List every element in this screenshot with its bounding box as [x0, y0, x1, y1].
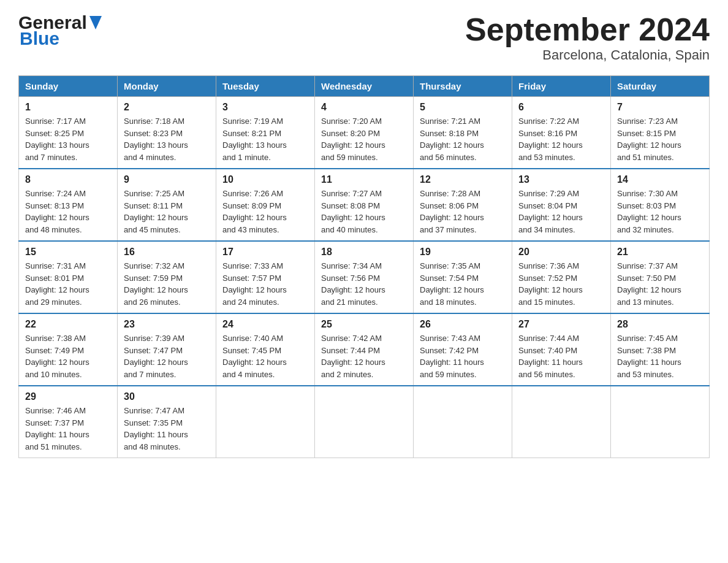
svg-marker-0: [89, 16, 102, 29]
calendar-day-cell: 1Sunrise: 7:17 AM Sunset: 8:25 PM Daylig…: [19, 97, 118, 169]
calendar-day-cell: 4Sunrise: 7:20 AM Sunset: 8:20 PM Daylig…: [315, 97, 414, 169]
day-info: Sunrise: 7:23 AM Sunset: 8:15 PM Dayligh…: [617, 115, 703, 163]
day-info: Sunrise: 7:43 AM Sunset: 7:42 PM Dayligh…: [420, 332, 506, 380]
calendar-day-cell: 2Sunrise: 7:18 AM Sunset: 8:23 PM Daylig…: [118, 97, 216, 169]
calendar-day-cell: 18Sunrise: 7:34 AM Sunset: 7:56 PM Dayli…: [315, 241, 414, 313]
day-number: 20: [518, 247, 604, 258]
day-number: 26: [420, 319, 506, 330]
calendar-day-cell: 12Sunrise: 7:28 AM Sunset: 8:06 PM Dayli…: [414, 169, 512, 241]
day-info: Sunrise: 7:24 AM Sunset: 8:13 PM Dayligh…: [25, 188, 111, 236]
day-info: Sunrise: 7:39 AM Sunset: 7:47 PM Dayligh…: [124, 332, 210, 380]
day-info: Sunrise: 7:37 AM Sunset: 7:50 PM Dayligh…: [617, 260, 703, 308]
day-number: 8: [25, 174, 111, 185]
calendar-day-cell: 20Sunrise: 7:36 AM Sunset: 7:52 PM Dayli…: [512, 241, 611, 313]
day-number: 24: [222, 319, 308, 330]
calendar-day-cell: 13Sunrise: 7:29 AM Sunset: 8:04 PM Dayli…: [512, 169, 611, 241]
day-number: 10: [222, 174, 308, 185]
day-info: Sunrise: 7:30 AM Sunset: 8:03 PM Dayligh…: [617, 188, 703, 236]
calendar-day-cell: 16Sunrise: 7:32 AM Sunset: 7:59 PM Dayli…: [118, 241, 216, 313]
page-subtitle: Barcelona, Catalonia, Spain: [465, 47, 710, 63]
day-number: 4: [321, 102, 407, 113]
column-header-saturday: Saturday: [611, 76, 710, 97]
day-number: 22: [25, 319, 111, 330]
logo-blue-text: Blue: [20, 28, 102, 49]
day-number: 18: [321, 247, 407, 258]
day-info: Sunrise: 7:19 AM Sunset: 8:21 PM Dayligh…: [222, 115, 308, 163]
calendar-table: SundayMondayTuesdayWednesdayThursdayFrid…: [18, 75, 710, 458]
day-info: Sunrise: 7:42 AM Sunset: 7:44 PM Dayligh…: [321, 332, 407, 380]
calendar-day-cell: 27Sunrise: 7:44 AM Sunset: 7:40 PM Dayli…: [512, 313, 611, 386]
day-number: 28: [617, 319, 703, 330]
day-number: 5: [420, 102, 506, 113]
calendar-day-cell: 29Sunrise: 7:46 AM Sunset: 7:37 PM Dayli…: [19, 386, 118, 458]
column-header-thursday: Thursday: [414, 76, 512, 97]
calendar-day-cell: 30Sunrise: 7:47 AM Sunset: 7:35 PM Dayli…: [118, 386, 216, 458]
calendar-week-row: 22Sunrise: 7:38 AM Sunset: 7:49 PM Dayli…: [19, 313, 710, 386]
day-info: Sunrise: 7:38 AM Sunset: 7:49 PM Dayligh…: [25, 332, 111, 380]
day-number: 30: [124, 391, 210, 402]
day-number: 6: [518, 102, 604, 113]
calendar-day-cell: [414, 386, 512, 458]
day-number: 13: [518, 174, 604, 185]
day-info: Sunrise: 7:32 AM Sunset: 7:59 PM Dayligh…: [124, 260, 210, 308]
day-info: Sunrise: 7:29 AM Sunset: 8:04 PM Dayligh…: [518, 188, 604, 236]
calendar-day-cell: 3Sunrise: 7:19 AM Sunset: 8:21 PM Daylig…: [216, 97, 315, 169]
day-number: 21: [617, 247, 703, 258]
calendar-week-row: 29Sunrise: 7:46 AM Sunset: 7:37 PM Dayli…: [19, 386, 710, 458]
day-info: Sunrise: 7:34 AM Sunset: 7:56 PM Dayligh…: [321, 260, 407, 308]
calendar-day-cell: 8Sunrise: 7:24 AM Sunset: 8:13 PM Daylig…: [19, 169, 118, 241]
page-header: General Blue September 2024 Barcelona, C…: [18, 12, 710, 63]
day-info: Sunrise: 7:17 AM Sunset: 8:25 PM Dayligh…: [25, 115, 111, 163]
logo: General Blue: [18, 12, 102, 49]
calendar-day-cell: [611, 386, 710, 458]
calendar-day-cell: 28Sunrise: 7:45 AM Sunset: 7:38 PM Dayli…: [611, 313, 710, 386]
day-number: 14: [617, 174, 703, 185]
calendar-day-cell: 10Sunrise: 7:26 AM Sunset: 8:09 PM Dayli…: [216, 169, 315, 241]
calendar-week-row: 1Sunrise: 7:17 AM Sunset: 8:25 PM Daylig…: [19, 97, 710, 169]
column-header-sunday: Sunday: [19, 76, 118, 97]
calendar-day-cell: 7Sunrise: 7:23 AM Sunset: 8:15 PM Daylig…: [611, 97, 710, 169]
day-number: 9: [124, 174, 210, 185]
calendar-header-row: SundayMondayTuesdayWednesdayThursdayFrid…: [19, 76, 710, 97]
day-info: Sunrise: 7:46 AM Sunset: 7:37 PM Dayligh…: [25, 405, 111, 453]
column-header-monday: Monday: [118, 76, 216, 97]
calendar-day-cell: 5Sunrise: 7:21 AM Sunset: 8:18 PM Daylig…: [414, 97, 512, 169]
day-info: Sunrise: 7:35 AM Sunset: 7:54 PM Dayligh…: [420, 260, 506, 308]
day-number: 29: [25, 391, 111, 402]
calendar-week-row: 15Sunrise: 7:31 AM Sunset: 8:01 PM Dayli…: [19, 241, 710, 313]
day-info: Sunrise: 7:21 AM Sunset: 8:18 PM Dayligh…: [420, 115, 506, 163]
calendar-day-cell: [315, 386, 414, 458]
day-number: 27: [518, 319, 604, 330]
calendar-day-cell: 24Sunrise: 7:40 AM Sunset: 7:45 PM Dayli…: [216, 313, 315, 386]
day-info: Sunrise: 7:25 AM Sunset: 8:11 PM Dayligh…: [124, 188, 210, 236]
calendar-day-cell: 25Sunrise: 7:42 AM Sunset: 7:44 PM Dayli…: [315, 313, 414, 386]
day-number: 3: [222, 102, 308, 113]
day-number: 23: [124, 319, 210, 330]
calendar-day-cell: 26Sunrise: 7:43 AM Sunset: 7:42 PM Dayli…: [414, 313, 512, 386]
day-info: Sunrise: 7:33 AM Sunset: 7:57 PM Dayligh…: [222, 260, 308, 308]
day-info: Sunrise: 7:18 AM Sunset: 8:23 PM Dayligh…: [124, 115, 210, 163]
day-info: Sunrise: 7:26 AM Sunset: 8:09 PM Dayligh…: [222, 188, 308, 236]
day-info: Sunrise: 7:47 AM Sunset: 7:35 PM Dayligh…: [124, 405, 210, 453]
day-info: Sunrise: 7:36 AM Sunset: 7:52 PM Dayligh…: [518, 260, 604, 308]
calendar-day-cell: 15Sunrise: 7:31 AM Sunset: 8:01 PM Dayli…: [19, 241, 118, 313]
calendar-day-cell: 23Sunrise: 7:39 AM Sunset: 7:47 PM Dayli…: [118, 313, 216, 386]
calendar-day-cell: 9Sunrise: 7:25 AM Sunset: 8:11 PM Daylig…: [118, 169, 216, 241]
day-info: Sunrise: 7:22 AM Sunset: 8:16 PM Dayligh…: [518, 115, 604, 163]
calendar-day-cell: 22Sunrise: 7:38 AM Sunset: 7:49 PM Dayli…: [19, 313, 118, 386]
calendar-day-cell: 17Sunrise: 7:33 AM Sunset: 7:57 PM Dayli…: [216, 241, 315, 313]
title-section: September 2024 Barcelona, Catalonia, Spa…: [465, 12, 710, 63]
page-title: September 2024: [465, 12, 710, 47]
calendar-week-row: 8Sunrise: 7:24 AM Sunset: 8:13 PM Daylig…: [19, 169, 710, 241]
column-header-tuesday: Tuesday: [216, 76, 315, 97]
day-number: 2: [124, 102, 210, 113]
day-number: 16: [124, 247, 210, 258]
calendar-day-cell: 21Sunrise: 7:37 AM Sunset: 7:50 PM Dayli…: [611, 241, 710, 313]
calendar-day-cell: [512, 386, 611, 458]
calendar-day-cell: 19Sunrise: 7:35 AM Sunset: 7:54 PM Dayli…: [414, 241, 512, 313]
day-number: 19: [420, 247, 506, 258]
day-number: 25: [321, 319, 407, 330]
day-number: 15: [25, 247, 111, 258]
column-header-friday: Friday: [512, 76, 611, 97]
calendar-day-cell: 11Sunrise: 7:27 AM Sunset: 8:08 PM Dayli…: [315, 169, 414, 241]
